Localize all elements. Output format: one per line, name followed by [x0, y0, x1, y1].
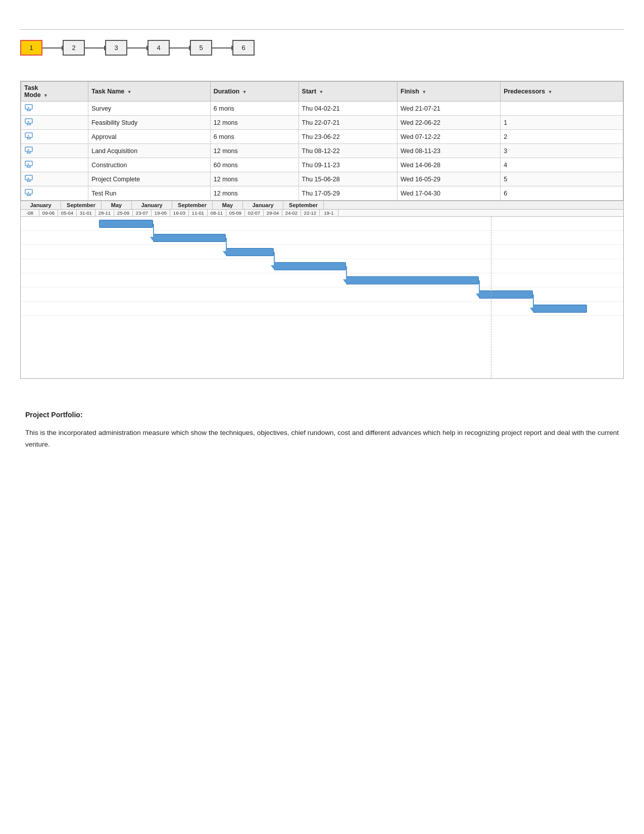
gantt-month-cell: May: [213, 201, 243, 209]
cell-duration: 12 mons: [210, 116, 299, 130]
gantt-bar-6: [533, 305, 587, 313]
gantt-week-cell: 24-02: [282, 210, 301, 216]
table-row: Project Complete12 monsThu 15-06-28Wed 1…: [21, 172, 623, 186]
flow-arrow-2: [127, 47, 147, 48]
gantt-arrow-head-1: [223, 251, 228, 255]
gantt-week-cell: 11-01: [189, 210, 208, 216]
cell-predecessors: 1: [501, 116, 623, 130]
cell-start: Thu 15-06-28: [299, 172, 397, 186]
flow-box-1: 1: [20, 40, 42, 56]
gantt-arrow-head-3: [343, 279, 348, 283]
cell-finish: Wed 08-11-23: [398, 144, 501, 158]
flow-row: 123456: [20, 40, 624, 56]
gantt-bar-row: [21, 273, 623, 287]
gantt-bar-5: [479, 290, 533, 299]
gantt-week-cell: 19-05: [152, 210, 170, 216]
cell-start: Thu 09-11-23: [299, 158, 397, 172]
svg-rect-20: [25, 175, 32, 180]
task-mode-icon: [24, 188, 33, 197]
cell-start: Thu 08-12-22: [299, 144, 397, 158]
task-mode-icon: [24, 160, 33, 169]
svg-rect-12: [25, 147, 32, 152]
cell-predecessors: [501, 102, 623, 116]
gantt-week-cell: 02-07: [245, 210, 264, 216]
gantt-bar-2: [226, 248, 274, 256]
cell-name: Feasibility Study: [88, 116, 211, 130]
table-row: Land Acquisition12 monsThu 08-12-22Wed 0…: [21, 144, 623, 158]
gantt-chart-section: JanuarySeptemberMayJanuarySeptemberMayJa…: [20, 201, 624, 379]
table-row: Survey6 monsThu 04-02-21Wed 21-07-21: [21, 102, 623, 116]
table-header-row: TaskMode ▼ Task Name ▼ Duration ▼ Start …: [21, 82, 623, 102]
flow-box-5: 5: [190, 40, 212, 56]
cell-name: Survey: [88, 102, 211, 116]
cell-duration: 60 mons: [210, 158, 299, 172]
gantt-table: TaskMode ▼ Task Name ▼ Duration ▼ Start …: [21, 81, 623, 201]
flow-box-6: 6: [232, 40, 255, 56]
gantt-week-cell: 09-06: [39, 210, 58, 216]
task-mode-cell: [21, 116, 88, 130]
cell-finish: Wed 17-04-30: [398, 186, 501, 201]
gantt-arrow-head-0: [150, 237, 155, 240]
table-row: Feasibility Study12 monsThu 22-07-21Wed …: [21, 116, 623, 130]
cell-start: Thu 22-07-21: [299, 116, 397, 130]
cell-name: Land Acquisition: [88, 144, 211, 158]
gantt-week-cell: 25-09: [114, 210, 133, 216]
cell-duration: 12 mons: [210, 186, 299, 201]
gantt-table-section: TaskMode ▼ Task Name ▼ Duration ▼ Start …: [20, 81, 624, 201]
gantt-connector-0: [153, 224, 154, 238]
gantt-month-cell: September: [283, 201, 324, 209]
flow-box-4: 4: [147, 40, 170, 56]
task-mode-cell: [21, 130, 88, 144]
gantt-bar-row: [21, 259, 623, 273]
gantt-week-cell: 08-11: [208, 210, 226, 216]
portfolio-paragraph: This is the incorporated administration …: [25, 427, 619, 451]
cell-predecessors: 6: [501, 186, 623, 201]
table-row: Test Run12 monsThu 17-05-29Wed 17-04-306: [21, 186, 623, 201]
gantt-bar-row: [21, 245, 623, 259]
gantt-week-cell: 05-09: [226, 210, 245, 216]
gantt-week-cell: 22-12: [301, 210, 320, 216]
flow-diagram: 123456: [20, 20, 624, 61]
gantt-month-cell: September: [172, 201, 213, 209]
gantt-body: [21, 217, 623, 378]
text-section: Project Portfolio: This is the incorpora…: [20, 409, 624, 451]
col-name[interactable]: Task Name ▼: [88, 82, 211, 102]
cell-name: Test Run: [88, 186, 211, 201]
gantt-week-cell: -08: [21, 210, 39, 216]
portfolio-heading: Project Portfolio:: [25, 409, 619, 421]
gantt-bar-row: [21, 217, 623, 231]
task-mode-icon: [24, 145, 33, 155]
col-predecessors[interactable]: Predecessors ▼: [501, 82, 623, 102]
gantt-week-cell: 29-04: [264, 210, 282, 216]
col-mode[interactable]: TaskMode ▼: [21, 82, 88, 102]
flow-box-3: 3: [105, 40, 127, 56]
gantt-month-cell: September: [61, 201, 102, 209]
col-start[interactable]: Start ▼: [299, 82, 397, 102]
task-mode-cell: [21, 144, 88, 158]
flow-arrow-1: [85, 47, 105, 48]
col-finish[interactable]: Finish ▼: [398, 82, 501, 102]
gantt-bar-4: [346, 276, 478, 284]
gantt-week-cell: 05-04: [58, 210, 77, 216]
gantt-bar-row: [21, 287, 623, 302]
gantt-connector-4: [479, 280, 480, 295]
task-mode-icon: [24, 174, 33, 183]
task-mode-cell: [21, 102, 88, 116]
cell-finish: Wed 21-07-21: [398, 102, 501, 116]
svg-rect-4: [25, 119, 32, 123]
svg-rect-24: [25, 189, 32, 194]
cell-duration: 6 mons: [210, 102, 299, 116]
cell-finish: Wed 16-05-29: [398, 172, 501, 186]
gantt-week-cell: 16-03: [170, 210, 189, 216]
task-mode-cell: [21, 158, 88, 172]
cell-predecessors: 3: [501, 144, 623, 158]
gantt-arrow-head-4: [476, 293, 481, 297]
gantt-bar-0: [99, 220, 153, 228]
col-duration[interactable]: Duration ▼: [210, 82, 299, 102]
gantt-week-row: -0809-0605-0431-0128-1125-0923-0719-0516…: [21, 210, 623, 217]
gantt-week-cell: 31-01: [77, 210, 95, 216]
cell-predecessors: 2: [501, 130, 623, 144]
gantt-connector-2: [274, 252, 275, 266]
gantt-vline: [491, 217, 491, 378]
cell-duration: 12 mons: [210, 172, 299, 186]
